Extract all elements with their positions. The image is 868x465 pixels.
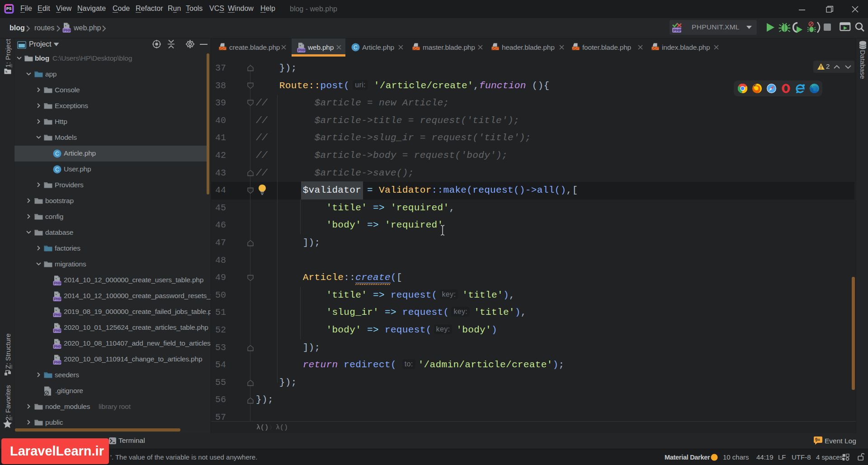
svg-text:PHP: PHP xyxy=(673,28,682,33)
svg-text:C: C xyxy=(55,166,59,173)
svg-text:C: C xyxy=(55,151,59,157)
svg-text:9+: 9+ xyxy=(815,437,821,442)
svg-text:PS: PS xyxy=(6,6,12,11)
